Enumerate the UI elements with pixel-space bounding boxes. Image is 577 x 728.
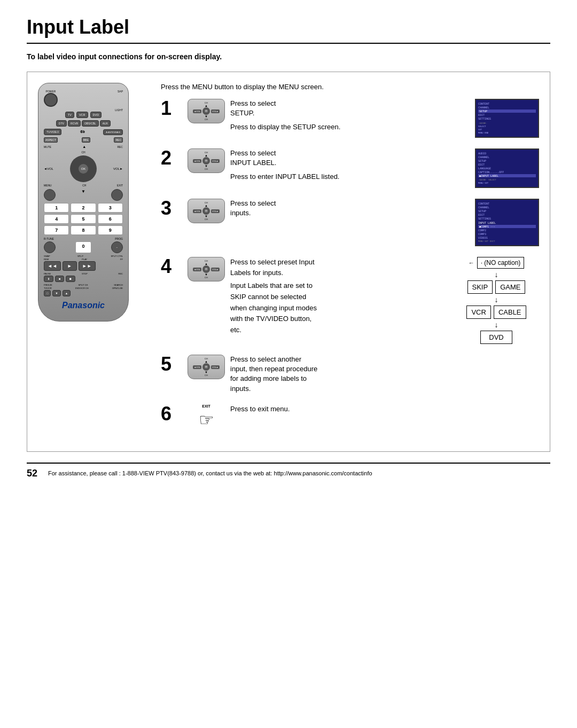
step-3-number: 3 (161, 199, 182, 218)
step-1-number: 1 (161, 99, 182, 118)
rew-button[interactable]: ◄◄ (44, 261, 61, 271)
dvd-label[interactable]: DVD (480, 331, 512, 344)
ff-label: FF (120, 258, 123, 261)
step-4-mini-remote: CH ▲ ◄VOL OK VOL► ▼ CH (188, 257, 225, 281)
tv-video-button[interactable]: TV/VIDEO (44, 129, 61, 135)
step-3-text: Press to select inputs. (230, 199, 470, 218)
stop-button[interactable]: ■ (55, 276, 64, 282)
skip-game-row: SKIP GAME (467, 280, 526, 294)
swap-label: SWAP (44, 255, 50, 257)
ch-label-top: CH (44, 151, 123, 154)
vcr-cable-row: VCR CABLE (466, 306, 526, 319)
prog-label: PROG (115, 237, 123, 240)
opn-cls-label: OPN/CLSE (112, 287, 123, 289)
step-5-number: 5 (161, 355, 182, 374)
ch-label: CH (82, 184, 86, 187)
rec2-label: REC (117, 145, 123, 148)
skip-label[interactable]: SKIP (467, 280, 493, 294)
play-label: PLAY (82, 258, 87, 261)
play-button[interactable]: ► (63, 261, 77, 271)
vol-plus-label: VOL► (113, 167, 123, 170)
dbs-cbl-button[interactable]: DBS/CBL (82, 120, 98, 127)
aux-button[interactable]: AUX (100, 120, 111, 127)
nav-circle: OK (70, 155, 97, 182)
rcvr-button[interactable]: RCVR (68, 120, 81, 127)
vol-minus-label: ◄VOL (44, 167, 53, 170)
step4-ok-btn[interactable]: OK (202, 265, 210, 273)
num-3-button[interactable]: 3 (98, 203, 123, 213)
cable-label[interactable]: CABLE (494, 306, 526, 319)
step1-ok-btn[interactable]: OK (202, 107, 210, 115)
preset-labels: ← · (NO caption) ↓ SKIP GAME ↓ VCR (454, 257, 539, 344)
freeze-label: FREEZE (44, 284, 52, 286)
pause-button[interactable]: ⏸ (44, 276, 53, 282)
num-7-button[interactable]: 7 (44, 225, 69, 235)
step-6-row: 6 EXIT ☞ Press to exit menu. (161, 404, 539, 430)
page-title: Input Label (27, 16, 550, 44)
step-4-row: 4 CH ▲ ◄VOL OK VOL► ▼ CH (161, 257, 539, 344)
exit-button[interactable] (111, 189, 123, 201)
mute-label: MUTE (44, 145, 51, 148)
rec-button[interactable]: ⏺ (66, 276, 75, 282)
tv-button[interactable]: TV (65, 112, 74, 118)
step-6-exit-area: EXIT ☞ (188, 404, 225, 430)
dtv-button[interactable]: DTV (56, 120, 67, 127)
power-button[interactable] (44, 93, 58, 107)
sap-label: SAP (118, 90, 123, 93)
num-0-button[interactable]: 0 (75, 241, 91, 253)
ff-button[interactable]: ►► (79, 261, 96, 271)
ok-button[interactable]: OK (79, 164, 88, 174)
vcr-label[interactable]: VCR (466, 306, 490, 319)
pause-label: PAUSE (44, 272, 51, 275)
step-5-mini-remote: CH ▲ ◄VOL OK VOL► ▼ CH (188, 355, 225, 379)
number-grid: 1 2 3 4 5 6 7 8 9 (44, 203, 123, 235)
step-4-text: Press to select preset Input Labels for … (230, 257, 448, 336)
arrow-down-3: ↓ (495, 321, 498, 328)
step-5-text: Press to select another input, then repe… (230, 355, 539, 394)
num-2-button[interactable]: 2 (71, 203, 96, 213)
r-tune-label: R-TUNE (44, 237, 54, 240)
num-4-button[interactable]: 4 (44, 214, 69, 224)
footer-text: For assistance, please call : 1-888-VIEW… (48, 470, 372, 476)
num-9-button[interactable]: 9 (98, 225, 123, 235)
prog-button[interactable]: − (111, 241, 123, 253)
game-label[interactable]: GAME (495, 280, 525, 294)
num-5-button[interactable]: 5 (71, 214, 96, 224)
ch-up-arrow: ▲ (82, 145, 86, 148)
main-content: POWER SAP LIGHT TV VCR DVD D (27, 72, 550, 452)
step-1-row: 1 CH ▲ ◄VOL OK VOL► ▼ C (161, 99, 539, 138)
antenna-button[interactable]: A·ANTENNA·B (103, 129, 123, 135)
rec3-label: REC (119, 272, 123, 275)
freeze-button[interactable]: □ (44, 290, 51, 296)
step2-ok-btn[interactable]: OK (202, 157, 210, 165)
step-2-row: 2 CH ▲ ◄VOL OK VOL► ▼ CH (161, 148, 539, 188)
page-container: Input Label To label video input connect… (0, 0, 577, 728)
step5-ok-btn[interactable]: OK (202, 363, 210, 371)
num-1-button[interactable]: 1 (44, 203, 69, 213)
rew-label: REW (44, 258, 49, 261)
search-button[interactable]: ▲ (63, 290, 71, 296)
step3-ok-btn[interactable]: OK (202, 207, 210, 215)
bbe-button[interactable]: BBE (82, 137, 90, 143)
dvd-button[interactable]: DVD (90, 112, 102, 118)
vcr-button[interactable]: VCR (76, 112, 88, 118)
brand-logo: Panasonic (44, 301, 123, 310)
exit-hand-icon[interactable]: ☞ (199, 410, 214, 430)
step-1-text: Press to select SETUP. (230, 99, 470, 118)
split-ch-button[interactable]: ▼ (52, 290, 60, 296)
instructions-area: Press the MENU button to display the MEN… (161, 83, 539, 441)
step-2-number: 2 (161, 148, 182, 168)
step-3-mini-remote: CH ▲ ◄VOL OK VOL► ▼ CH (188, 199, 225, 223)
num-8-button[interactable]: 8 (71, 225, 96, 235)
subtitle: To label video input connections for on-… (27, 52, 550, 61)
split-ctrl-label: SPLIT CTRL (111, 255, 123, 257)
step-4-subtext: Input Labels that are set to SKIP cannot… (230, 280, 448, 336)
r-tune-button[interactable] (44, 241, 56, 253)
menu-button[interactable] (44, 189, 56, 201)
remote-control: POWER SAP LIGHT TV VCR DVD D (38, 83, 129, 322)
exit-text-label: EXIT (202, 404, 210, 408)
aspect-button[interactable]: ASPECT (44, 137, 58, 143)
no-caption-label[interactable]: · (NO caption) (477, 257, 525, 269)
sd-icon: 𝕾𝖉 (80, 130, 85, 134)
num-6-button[interactable]: 6 (98, 214, 123, 224)
